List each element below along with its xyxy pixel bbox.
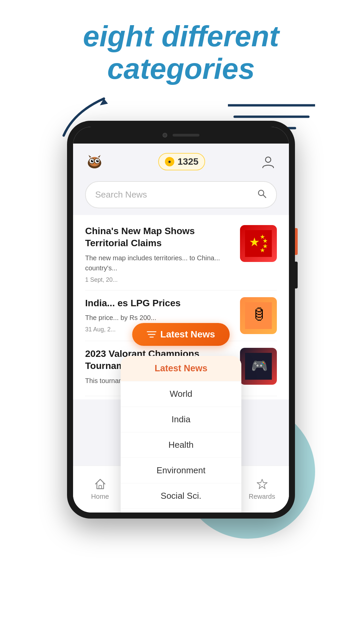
news-content-wrapper: China's New Map Shows Territorial Claims… bbox=[73, 215, 289, 399]
main-heading: eight different categories bbox=[13, 20, 349, 85]
heading-line1: eight different bbox=[83, 19, 279, 53]
latest-news-floating-button[interactable]: Latest News bbox=[132, 323, 230, 346]
search-input[interactable]: Search News bbox=[95, 190, 147, 200]
search-container: Search News bbox=[73, 176, 289, 215]
svg-point-13 bbox=[98, 160, 99, 161]
phone-notch bbox=[73, 127, 289, 144]
phone-wrapper: ● 1325 Search News bbox=[67, 121, 295, 519]
app-header: ● 1325 bbox=[73, 144, 289, 176]
dropdown-item-sci-tech[interactable]: Sci. and Tech bbox=[121, 509, 241, 513]
top-heading-section: eight different categories bbox=[0, 0, 362, 92]
earpiece-speaker bbox=[173, 134, 199, 137]
dropdown-item-latest-news[interactable]: Latest News bbox=[121, 356, 241, 381]
user-icon bbox=[261, 155, 275, 168]
latest-news-btn-label: Latest News bbox=[160, 329, 215, 340]
svg-point-17 bbox=[265, 157, 271, 162]
lpg-thumbnail: 🛢 bbox=[240, 297, 277, 334]
heading-line2: categories bbox=[107, 52, 255, 85]
china-flag-thumbnail: ★ ★ ★ ★ ★ bbox=[240, 225, 277, 262]
dropdown-item-environment[interactable]: Environment bbox=[121, 458, 241, 483]
category-dropdown[interactable]: Latest News World India Health Environme… bbox=[121, 356, 241, 513]
svg-marker-15 bbox=[88, 155, 91, 158]
svg-text:★: ★ bbox=[260, 247, 265, 254]
rewards-icon bbox=[256, 478, 268, 490]
news-text-1: China's New Map Shows Territorial Claims… bbox=[85, 225, 233, 283]
phone-screen: ● 1325 Search News bbox=[73, 127, 289, 513]
home-icon bbox=[94, 478, 106, 490]
app-content: ● 1325 Search News bbox=[73, 144, 289, 513]
svg-text:🛢: 🛢 bbox=[252, 306, 266, 323]
front-camera bbox=[163, 133, 167, 138]
dropdown-item-world[interactable]: World bbox=[121, 381, 241, 407]
dropdown-item-india[interactable]: India bbox=[121, 407, 241, 432]
dropdown-item-social-sci[interactable]: Social Sci. bbox=[121, 483, 241, 509]
nav-rewards[interactable]: Rewards bbox=[235, 473, 289, 505]
search-icon bbox=[257, 189, 267, 201]
owl-icon bbox=[85, 154, 104, 169]
news-title-2: India... es LPG Prices bbox=[85, 297, 233, 309]
coin-icon: ● bbox=[165, 157, 174, 166]
svg-point-12 bbox=[92, 160, 93, 161]
news-thumb-1: ★ ★ ★ ★ ★ bbox=[240, 225, 277, 262]
search-bar[interactable]: Search News bbox=[85, 181, 277, 208]
nav-home-label: Home bbox=[91, 493, 109, 500]
app-logo bbox=[85, 154, 104, 169]
news-desc-2: The price... by Rs 200... bbox=[85, 313, 233, 323]
news-thumb-2: 🛢 bbox=[240, 297, 277, 334]
news-item-1[interactable]: China's New Map Shows Territorial Claims… bbox=[85, 218, 277, 290]
news-title-1: China's New Map Shows Territorial Claims bbox=[85, 225, 233, 250]
user-profile-button[interactable] bbox=[259, 153, 277, 170]
svg-marker-16 bbox=[98, 155, 101, 158]
nav-home[interactable]: Home bbox=[73, 473, 127, 505]
svg-rect-33 bbox=[99, 485, 102, 489]
svg-text:★: ★ bbox=[249, 235, 260, 249]
news-date-1: 1 Sept, 20... bbox=[85, 276, 233, 283]
dropdown-item-health[interactable]: Health bbox=[121, 432, 241, 458]
svg-line-19 bbox=[263, 195, 266, 198]
phone-side-button2 bbox=[295, 262, 298, 288]
phone-frame: ● 1325 Search News bbox=[67, 121, 295, 519]
news-thumb-3: 🎮 bbox=[240, 348, 277, 385]
valorant-thumbnail: 🎮 bbox=[240, 348, 277, 385]
coin-count: 1325 bbox=[178, 156, 198, 167]
nav-rewards-label: Rewards bbox=[249, 493, 275, 500]
svg-text:🎮: 🎮 bbox=[251, 358, 268, 374]
phone-side-button bbox=[295, 228, 298, 255]
coins-badge[interactable]: ● 1325 bbox=[158, 153, 205, 170]
filter-icon bbox=[147, 331, 156, 338]
news-desc-1: The new map includes territories... to C… bbox=[85, 253, 233, 273]
